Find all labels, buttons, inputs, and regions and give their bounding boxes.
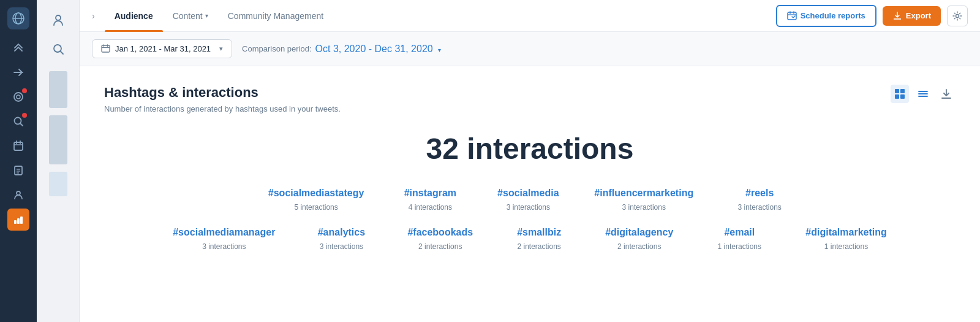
svg-rect-30 xyxy=(900,89,905,93)
hashtag-name-6[interactable]: #socialmediamanager xyxy=(173,227,275,238)
hashtag-item-4: #influencermarketing 3 interactions xyxy=(577,188,710,212)
svg-rect-15 xyxy=(14,220,17,224)
sidebar-icon-analytics[interactable] xyxy=(7,209,29,231)
nav-back-chevron[interactable]: › xyxy=(92,11,95,21)
svg-rect-10 xyxy=(15,166,22,175)
sidebar2-icon-search[interactable] xyxy=(46,37,70,61)
sidebar2-bar-3 xyxy=(49,172,67,196)
sidebar2-bar-2 xyxy=(49,115,67,164)
hashtags-row-1: #socialmediastategy 5 interactions #inst… xyxy=(104,188,956,212)
svg-rect-17 xyxy=(20,217,23,224)
download-icon xyxy=(941,88,952,99)
hashtag-item-6: #socialmediamanager 3 interactions xyxy=(156,227,292,251)
content-tab-arrow: ▾ xyxy=(205,12,208,19)
sidebar2-icon-profile[interactable] xyxy=(46,7,70,32)
comparison-range-link[interactable]: Oct 3, 2020 - Dec 31, 2020 ▾ xyxy=(315,44,442,55)
grid-icon xyxy=(894,88,905,99)
hashtag-count-7: 3 interactions xyxy=(320,242,363,251)
hashtag-item-10: #digitalagency 2 interactions xyxy=(588,227,690,251)
sidebar-icon-reports[interactable] xyxy=(7,159,29,182)
export-icon xyxy=(892,11,902,21)
sidebar-icon-search[interactable] xyxy=(7,110,29,132)
section-title-block: Hashtags & interactions Number of intera… xyxy=(104,85,341,113)
hashtag-count-12: 1 interactions xyxy=(824,242,868,251)
hashtag-item-12: #digitalmarketing 1 interactions xyxy=(788,227,903,251)
tab-audience[interactable]: Audience xyxy=(105,0,163,32)
sidebar2-bar-1 xyxy=(49,71,67,108)
svg-point-3 xyxy=(14,93,23,101)
svg-rect-25 xyxy=(102,45,110,52)
hashtag-count-10: 2 interactions xyxy=(617,242,661,251)
schedule-reports-button[interactable]: Schedule reports xyxy=(776,5,876,27)
total-interactions: 32 interactions xyxy=(104,132,956,166)
filters-bar: Jan 1, 2021 - Mar 31, 2021 ▾ Comparison … xyxy=(80,32,980,66)
hashtag-item-5: #reels 3 interactions xyxy=(710,188,809,212)
header-actions: Schedule reports Export xyxy=(776,5,968,27)
hashtag-count-3: 3 interactions xyxy=(507,203,550,212)
section-title: Hashtags & interactions xyxy=(104,85,341,101)
schedule-icon xyxy=(787,11,797,21)
tab-content[interactable]: Content ▾ xyxy=(163,0,218,32)
svg-rect-32 xyxy=(900,94,905,99)
svg-rect-16 xyxy=(17,218,20,224)
grid-view-button[interactable] xyxy=(891,85,909,103)
hashtag-name-10[interactable]: #digitalagency xyxy=(605,227,673,238)
hashtag-count-9: 2 interactions xyxy=(517,242,560,251)
list-icon xyxy=(918,88,929,99)
hashtag-item-3: #socialmedia 3 interactions xyxy=(479,188,577,212)
comparison-period: Comparison period: Oct 3, 2020 - Dec 31,… xyxy=(242,44,441,55)
svg-rect-31 xyxy=(895,94,899,99)
hashtag-item-2: #instagram 4 interactions xyxy=(381,188,479,212)
download-button[interactable] xyxy=(937,85,956,103)
sidebar-icon-send[interactable] xyxy=(7,61,29,83)
hashtag-count-4: 3 interactions xyxy=(622,203,666,212)
hashtag-count-8: 2 interactions xyxy=(418,242,462,251)
hashtag-item-1: #socialmediastategy 5 interactions xyxy=(251,188,382,212)
main-content: › Audience Content ▾ Community Managemen… xyxy=(80,0,980,322)
list-view-button[interactable] xyxy=(914,85,932,103)
hashtag-item-11: #email 1 interactions xyxy=(690,227,788,251)
hashtag-name-11[interactable]: #email xyxy=(707,227,771,238)
date-picker-arrow: ▾ xyxy=(219,45,223,53)
hashtag-count-1: 5 interactions xyxy=(294,203,337,212)
sidebar-icon-compose[interactable] xyxy=(7,37,29,59)
hashtag-item-8: #facebookads 2 interactions xyxy=(390,227,490,251)
hashtag-name-2[interactable]: #instagram xyxy=(398,188,462,199)
hashtag-count-2: 4 interactions xyxy=(409,203,452,212)
hashtag-name-9[interactable]: #smallbiz xyxy=(507,227,571,238)
sidebar-dark xyxy=(0,0,37,322)
hashtag-name-3[interactable]: #socialmedia xyxy=(496,188,560,199)
settings-button[interactable] xyxy=(947,6,968,26)
svg-point-24 xyxy=(956,14,959,17)
hashtag-name-4[interactable]: #influencermarketing xyxy=(594,188,693,199)
hashtag-name-12[interactable]: #digitalmarketing xyxy=(805,227,886,238)
sidebar-secondary xyxy=(37,0,80,322)
sidebar-icon-calendar[interactable] xyxy=(7,135,29,157)
view-controls xyxy=(891,85,956,103)
hashtag-count-5: 3 interactions xyxy=(737,203,781,212)
svg-point-4 xyxy=(17,95,20,99)
date-range-picker[interactable]: Jan 1, 2021 - Mar 31, 2021 ▾ xyxy=(92,39,232,58)
hashtag-name-1[interactable]: #socialmediastategy xyxy=(268,188,364,199)
comparison-arrow: ▾ xyxy=(438,47,441,53)
page-content: Hashtags & interactions Number of intera… xyxy=(80,66,980,322)
svg-point-18 xyxy=(56,15,61,20)
svg-point-19 xyxy=(54,45,61,52)
export-button[interactable]: Export xyxy=(883,6,941,26)
hashtag-count-6: 3 interactions xyxy=(202,242,246,251)
hashtag-name-8[interactable]: #facebookads xyxy=(407,227,473,238)
app-logo[interactable] xyxy=(7,7,29,29)
sidebar-icon-notifications[interactable] xyxy=(7,86,29,108)
section-subtitle: Number of interactions generated by hash… xyxy=(104,104,341,113)
hashtag-item-7: #analytics 3 interactions xyxy=(292,227,390,251)
hashtag-name-5[interactable]: #reels xyxy=(728,188,791,199)
svg-rect-6 xyxy=(14,142,23,150)
svg-rect-29 xyxy=(895,89,899,93)
calendar-icon xyxy=(101,44,110,53)
hashtag-name-7[interactable]: #analytics xyxy=(309,227,373,238)
gear-icon xyxy=(952,11,962,21)
tab-community[interactable]: Community Management xyxy=(218,0,333,32)
hashtag-count-11: 1 interactions xyxy=(718,242,761,251)
hashtags-row-2: #socialmediamanager 3 interactions #anal… xyxy=(104,227,956,251)
sidebar-icon-audience[interactable] xyxy=(7,184,29,206)
